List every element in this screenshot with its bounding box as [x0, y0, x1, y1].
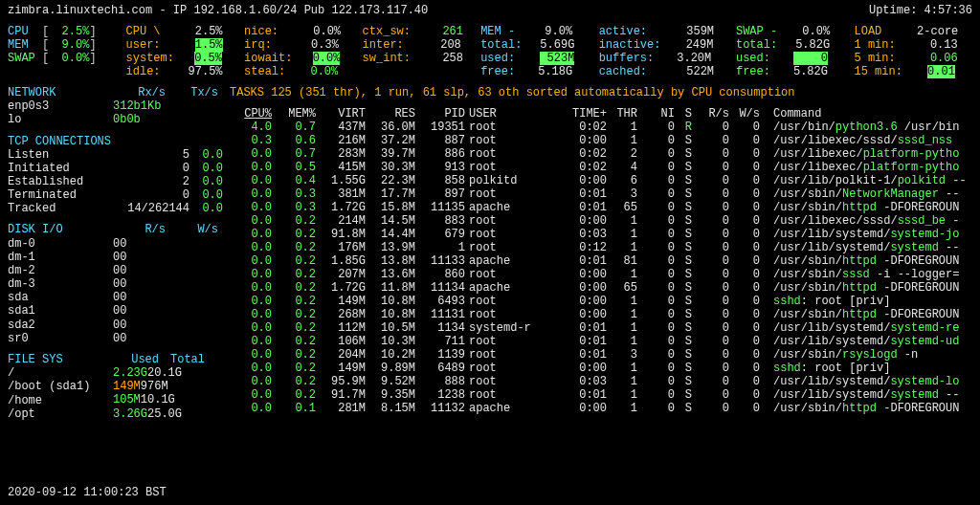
uptime-value: 4:57:36	[924, 4, 972, 17]
process-row[interactable]: 0.00.7 283M39.7M886 root0:022 0S00 /usr/…	[230, 147, 969, 161]
ctxsw-val: 261	[411, 25, 463, 38]
swap-label: SWAP	[8, 52, 35, 65]
process-row[interactable]: 0.00.2 112M10.5M1134 systemd-r0:011 0S00…	[230, 321, 969, 335]
ctxsw-label: ctx_sw:	[363, 25, 411, 38]
disk-row: dm-200	[8, 264, 218, 277]
meters: CPU [ 2.5%] MEM [ 9.0%] SWAP [ 0.0%] CPU…	[8, 25, 972, 78]
load-5min-label: 5 min:	[854, 52, 895, 65]
disk-row: dm-000	[8, 237, 218, 251]
iowait-pct: 0.0%	[313, 52, 341, 65]
diskio-table: DISK I/OR/sW/sdm-000dm-100dm-200dm-300sd…	[8, 223, 218, 345]
swint-label: sw_int:	[363, 52, 411, 65]
load-label: LOAD	[854, 25, 881, 38]
mem-active-label: active:	[599, 25, 647, 38]
mem-cached-label: cached:	[599, 65, 647, 78]
process-row[interactable]: 0.00.2 1.72G11.8M11134 apache0:0065 0S00…	[230, 281, 969, 295]
process-row[interactable]: 0.00.2 149M10.8M6493 root0:001 0S00 sshd…	[230, 295, 969, 308]
process-row[interactable]: 0.00.4 1.55G22.3M858 polkitd0:006 0S00 /…	[230, 174, 969, 187]
irq-pct: 0.3%	[272, 38, 339, 52]
process-table[interactable]: CPU%MEM% VIRTRESPID USERTIME+THR NISR/sW…	[230, 107, 969, 415]
tcp-title: TCP CONNECTIONS	[8, 135, 223, 148]
process-row[interactable]: 0.00.2 176M13.9M1 root0:121 0S00 /usr/li…	[230, 241, 969, 254]
load-1min-val: 0.13	[896, 38, 958, 52]
fs-title: FILE SYS	[8, 353, 113, 366]
disk-row: sr000	[8, 332, 218, 345]
cpu-idle-pct: 97.5%	[161, 65, 223, 78]
cpu-total-pct: 2.5%	[161, 25, 223, 38]
process-row[interactable]: 0.00.2 204M10.2M1139 root0:013 0S00 /usr…	[230, 348, 969, 362]
tcp-row: Established20.0	[8, 175, 223, 188]
inter-label: inter:	[363, 38, 404, 52]
load-15min-label: 15 min:	[854, 65, 902, 78]
host-line: zimbra.linuxtechi.com - IP 192.168.1.60/…	[8, 4, 428, 17]
footer-timestamp: 2020-09-12 11:00:23 BST	[8, 486, 167, 499]
process-row[interactable]: 0.00.3 1.72G15.8M11135 apache0:0165 0S00…	[230, 201, 969, 214]
cpu-idle-label: idle:	[126, 65, 161, 78]
process-row[interactable]: 0.00.2 214M14.5M883 root0:001 0S00 /usr/…	[230, 214, 969, 228]
cpu-system-pct: 0.5%	[194, 52, 222, 65]
disk-title: DISK I/O	[8, 223, 113, 236]
process-row[interactable]: 0.00.2 149M9.89M6489 root0:001 0S00 sshd…	[230, 362, 969, 375]
mem-active-val: 359M	[647, 25, 714, 38]
steal-pct: 0.0%	[285, 65, 338, 78]
load-1min-label: 1 min:	[854, 38, 895, 52]
mem-inactive-label: inactive:	[599, 38, 661, 52]
nice-pct: 0.0%	[278, 25, 341, 38]
header-bar: zimbra.linuxtechi.com - IP 192.168.1.60/…	[8, 4, 972, 17]
fs-row: /opt3.26G25.0G	[8, 407, 205, 421]
mem-free-label: free:	[480, 65, 515, 78]
tcp-row: Initiated00.0	[8, 162, 223, 175]
process-row[interactable]: 0.00.2 207M13.6M860 root0:001 0S00 /usr/…	[230, 268, 969, 281]
process-row[interactable]: 4.00.7 437M36.0M19351 root0:021 0R00 /us…	[230, 121, 969, 134]
swap-free-val: 5.82G	[770, 65, 828, 78]
mem-total-label: total:	[480, 38, 522, 52]
mem-used-val: 523M	[547, 52, 575, 65]
process-row[interactable]: 0.00.5 415M30.3M913 root0:024 0S00 /usr/…	[230, 161, 969, 174]
fs-row: /boot (sda1)149M976M	[8, 380, 205, 393]
network-title: NETWORK	[8, 86, 113, 99]
mem-used-label: used:	[480, 52, 515, 65]
load-15min-val: 0.01	[927, 65, 955, 78]
cpu-pct: 2.5%	[56, 25, 89, 38]
cpu-slash: CPU \	[126, 25, 161, 38]
swap-total-label: total:	[736, 38, 777, 52]
nice-label: nice:	[244, 25, 278, 38]
process-header[interactable]: CPU%MEM% VIRTRESPID USERTIME+THR NISR/sW…	[230, 107, 969, 121]
mem-pct: 9.0%	[56, 38, 89, 52]
disk-row: dm-100	[8, 251, 218, 264]
tcp-row: Terminated00.0	[8, 188, 223, 202]
cpu-label: CPU	[8, 25, 29, 38]
process-row[interactable]: 0.00.2 95.9M9.52M888 root0:031 0S00 /usr…	[230, 375, 969, 388]
swap2-label: SWAP -	[736, 25, 777, 38]
inter-val: 208	[404, 38, 461, 52]
steal-label: steal:	[244, 65, 285, 78]
mem-inactive-val: 249M	[660, 38, 713, 52]
process-row[interactable]: 0.00.2 268M10.8M11131 root0:001 0S00 /us…	[230, 308, 969, 321]
network-table: NETWORKRx/sTx/senp0s3312b1Kblo0b0b	[8, 86, 218, 127]
process-row[interactable]: 0.30.6 216M37.2M887 root0:001 0S00 /usr/…	[230, 134, 969, 147]
disk-row: dm-300	[8, 277, 218, 291]
process-row[interactable]: 0.00.2 1.85G13.8M11133 apache0:0181 0S00…	[230, 254, 969, 268]
tcp-row: Listen50.0	[8, 148, 223, 162]
process-row[interactable]: 0.00.1 281M8.15M11132 apache0:001 0S00 /…	[230, 402, 969, 415]
swap-total-val: 5.82G	[777, 38, 830, 52]
fs-row: /2.23G20.1G	[8, 366, 205, 380]
process-row[interactable]: 0.00.2 91.8M14.4M679 root0:031 0S00 /usr…	[230, 228, 969, 241]
cpu-user-label: user:	[126, 38, 161, 52]
tcp-row: Tracked14/2621440.0	[8, 202, 223, 215]
tcp-table: TCP CONNECTIONSListen50.0Initiated00.0Es…	[8, 135, 223, 216]
process-row[interactable]: 0.00.2 91.7M9.35M1238 root0:011 0S00 /us…	[230, 388, 969, 402]
swap2-pct: 0.0%	[777, 25, 830, 38]
memd-label: MEM -	[480, 25, 515, 38]
disk-row: sda00	[8, 291, 218, 304]
process-row[interactable]: 0.00.3 381M17.7M897 root0:013 0S00 /usr/…	[230, 187, 969, 201]
swap-used-label: used:	[736, 52, 770, 65]
network-row: lo0b0b	[8, 113, 218, 126]
mem-free-val: 5.18G	[515, 65, 572, 78]
mem-buffers-val: 3.20M	[654, 52, 711, 65]
mem-label: MEM	[8, 38, 29, 52]
mem-total-val: 5.69G	[522, 38, 574, 52]
iowait-label: iowait:	[244, 52, 292, 65]
swint-val: 258	[411, 52, 463, 65]
process-row[interactable]: 0.00.2 106M10.3M711 root0:011 0S00 /usr/…	[230, 335, 969, 348]
